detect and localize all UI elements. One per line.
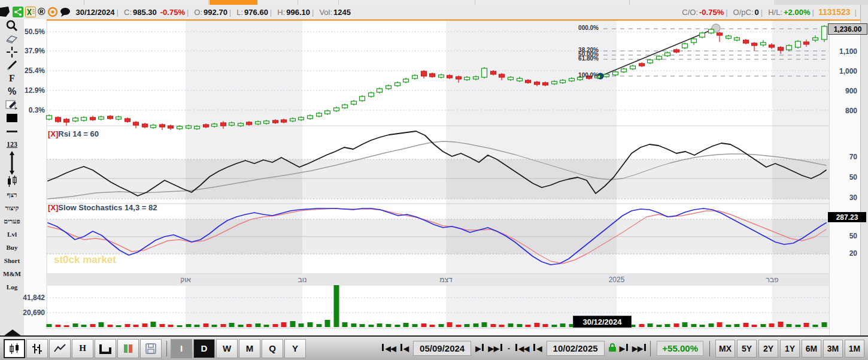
left-axis-pct-label: 25.4% xyxy=(23,66,45,75)
rsi-axis-label: 50 xyxy=(832,173,857,181)
stoch-axis-label: 20 xyxy=(832,249,857,258)
save-button[interactable] xyxy=(140,339,162,358)
interval-button-I[interactable]: I xyxy=(171,339,192,358)
chart-type-line-button[interactable] xyxy=(49,339,71,358)
range-button-5Y[interactable]: 5Y xyxy=(737,340,757,358)
rsi-indicator-label[interactable]: [X]Rsi 14 = 60 xyxy=(48,129,99,138)
left-axis-pct-label: 37.9% xyxy=(23,47,45,55)
from-date-nav: ◀◀ ◀ 05/09/2024 ▶ ▶▶ - ◀◀ ◀ 10/02/2025 ▶… xyxy=(381,341,647,356)
watermark: st0ck market xyxy=(54,254,116,266)
stoch-close-x[interactable]: [X] xyxy=(48,203,58,212)
chart-type-histogram-button[interactable] xyxy=(117,339,139,358)
interval-button-W[interactable]: W xyxy=(216,339,238,358)
interval-button-group: IDWMQY xyxy=(171,339,307,358)
price-axis-label: 800 xyxy=(832,107,857,115)
bottom-toolbar: H IDWMQY ◀◀ ◀ 05/09/2024 ▶ ▶▶ - ◀◀ ◀ 10/… xyxy=(0,335,868,360)
lock-icon[interactable] xyxy=(608,343,617,354)
chart-type-bars-button[interactable] xyxy=(26,339,48,358)
price-axis-label: 1,100 xyxy=(832,47,857,56)
rsi-axis-label: 30 xyxy=(832,193,857,202)
stoch-axis-label: 50 xyxy=(832,232,857,240)
left-axis-pct-label: 0.3% xyxy=(23,106,45,114)
range-button-MX[interactable]: MX xyxy=(715,340,735,358)
stock-chart-app: ® 30/12/2024 | C: 985.30 -0.75% | O: 992… xyxy=(0,0,868,360)
last-bar-button-2[interactable]: ▶▶ xyxy=(632,344,647,353)
prev-bar-button-2[interactable]: ◀ xyxy=(533,344,542,353)
volume-axis-label: 20,690 xyxy=(17,308,45,317)
stoch-indicator-label[interactable]: [X]Slow Stochastics 14,3 = 82 xyxy=(48,203,157,212)
fib-level-label: 100.0% xyxy=(562,72,599,78)
prev-bar-button[interactable]: ◀ xyxy=(400,344,409,353)
rsi-close-x[interactable]: [X] xyxy=(48,129,58,138)
chart-type-candles-button[interactable] xyxy=(4,339,25,358)
last-price-box: 1,236.00 xyxy=(828,23,867,35)
chart-type-h-button[interactable]: H xyxy=(72,339,93,358)
first-bar-button-2[interactable]: ◀◀ xyxy=(515,344,530,353)
fib-level-label: 000.0% xyxy=(562,25,599,31)
left-axis-pct-label: 50.5% xyxy=(23,28,45,36)
range-button-6M[interactable]: 6M xyxy=(802,340,821,358)
price-axis-label: 900 xyxy=(832,87,857,95)
left-axis-pct-label: 12.9% xyxy=(23,86,45,95)
period-change-value: +55.00% xyxy=(657,341,703,356)
first-bar-button[interactable]: ◀◀ xyxy=(381,344,396,353)
rsi-label-text: Rsi 14 = 60 xyxy=(58,129,99,138)
volume-axis-label: 41,842 xyxy=(17,294,45,302)
range-button-1M[interactable]: 1M xyxy=(845,340,864,358)
interval-button-Q[interactable]: Q xyxy=(262,339,283,358)
chart-type-step-button[interactable] xyxy=(95,339,116,358)
interval-button-D[interactable]: D xyxy=(193,339,215,358)
range-button-3M[interactable]: 3M xyxy=(823,340,843,358)
from-date-field[interactable]: 05/09/2024 xyxy=(413,341,471,356)
chart-overlay: 50.5%37.9%25.4%12.9%0.3%1,1001,000900800… xyxy=(0,0,868,360)
next-bar-button[interactable]: ▶ xyxy=(475,344,484,353)
toolbar-separator xyxy=(650,341,651,356)
range-button-group: MX5Y2Y1Y6M3M1M xyxy=(714,340,864,358)
date-range-dash: - xyxy=(508,344,510,353)
stoch-label-text: Slow Stochastics 14,3 = 82 xyxy=(58,203,157,212)
next-bar-button-2[interactable]: ▶ xyxy=(619,344,629,353)
rsi-axis-label: 70 xyxy=(832,153,857,161)
fib-level-label: 61.80% xyxy=(562,55,599,62)
interval-button-M[interactable]: M xyxy=(239,339,260,358)
date-tooltip: 30/12/2024 xyxy=(573,316,632,328)
range-button-1Y[interactable]: 1Y xyxy=(780,340,800,358)
price-axis-label: 1,000 xyxy=(832,67,857,75)
to-date-field[interactable]: 10/02/2025 xyxy=(547,341,605,356)
last-bar-button[interactable]: ▶▶ xyxy=(487,344,502,353)
toolbar-separator xyxy=(166,341,167,356)
stoch-value-box: 287.23 xyxy=(828,212,866,222)
toolbar-separator xyxy=(709,341,710,356)
interval-button-Y[interactable]: Y xyxy=(284,339,306,358)
range-button-2Y[interactable]: 2Y xyxy=(758,340,778,358)
